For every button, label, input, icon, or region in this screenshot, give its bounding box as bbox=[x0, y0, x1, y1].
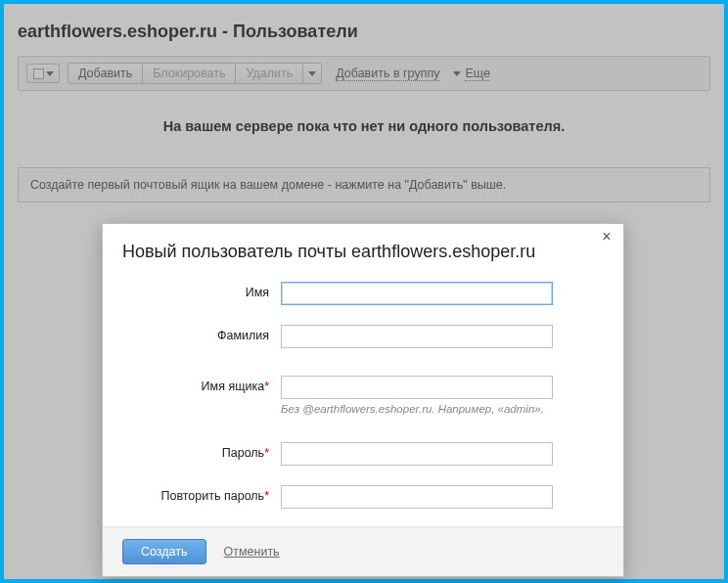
new-user-modal: × Новый пользователь почты earthflowers.… bbox=[102, 223, 624, 577]
delete-button[interactable]: Удалить bbox=[235, 63, 303, 84]
more-link[interactable]: Еще bbox=[453, 67, 489, 81]
delete-dropdown[interactable] bbox=[302, 63, 322, 84]
password-repeat-label: Повторить пароль* bbox=[122, 485, 281, 503]
toolbar: Добавить Блокировать Удалить Добавить в … bbox=[18, 56, 710, 91]
first-name-input[interactable] bbox=[281, 282, 553, 305]
block-button[interactable]: Блокировать bbox=[142, 63, 236, 84]
mailbox-label: Имя ящика* bbox=[122, 376, 281, 393]
select-all-checkbox[interactable] bbox=[26, 64, 60, 83]
chevron-down-icon bbox=[46, 71, 54, 76]
last-name-label: Фамилия bbox=[122, 325, 281, 342]
mailbox-hint: Без @earthflowers.eshoper.ru. Например, … bbox=[281, 403, 604, 415]
hint-box: Создайте первый почтовый ящик на вашем д… bbox=[18, 167, 710, 202]
first-name-label: Имя bbox=[122, 282, 281, 299]
chevron-down-icon bbox=[453, 71, 461, 76]
modal-title: Новый пользователь почты earthflowers.es… bbox=[103, 224, 623, 276]
empty-state-heading: На вашем сервере пока что нет ни одного … bbox=[4, 118, 724, 134]
create-button[interactable]: Создать bbox=[122, 539, 206, 564]
add-to-group-link[interactable]: Добавить в группу bbox=[336, 67, 439, 81]
add-button[interactable]: Добавить bbox=[68, 63, 143, 84]
password-input[interactable] bbox=[281, 442, 553, 466]
cancel-link[interactable]: Отменить bbox=[224, 545, 280, 559]
page-title: earthflowers.eshoper.ru - Пользователи bbox=[4, 4, 724, 56]
password-repeat-input[interactable] bbox=[281, 485, 553, 509]
password-label: Пароль* bbox=[122, 442, 281, 460]
last-name-input[interactable] bbox=[281, 325, 553, 348]
chevron-down-icon bbox=[308, 71, 316, 76]
mailbox-input[interactable] bbox=[281, 376, 553, 399]
close-icon[interactable]: × bbox=[598, 228, 615, 246]
